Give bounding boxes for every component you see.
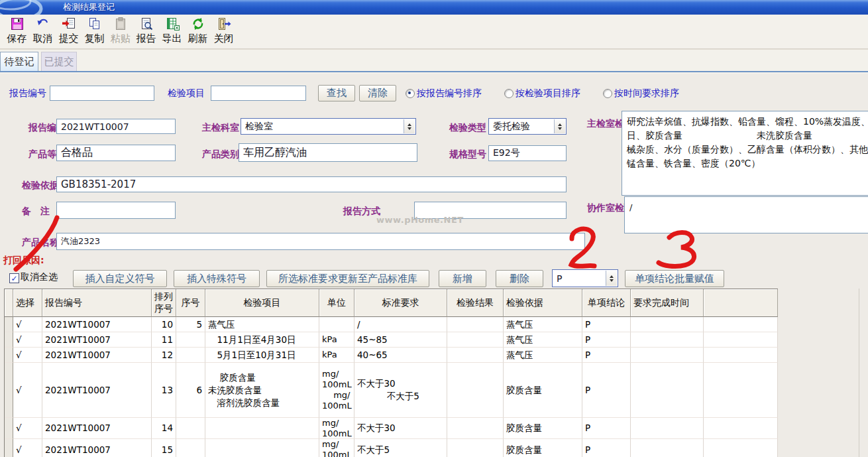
batch-assign-button[interactable]: 单项结论批量赋值: [625, 270, 724, 287]
coop-items-textarea[interactable]: /: [624, 196, 868, 233]
cell-checked[interactable]: √: [13, 348, 42, 363]
find-button[interactable]: 查找: [318, 85, 355, 101]
cell-blank: [704, 332, 778, 348]
cell-unit: mg/ 100mL: [319, 439, 354, 457]
cell-basis: 蒸气压: [504, 348, 582, 363]
clear-button[interactable]: 清除: [359, 85, 396, 101]
table-row[interactable]: √2021WT10007136 胶质含量 未洗胶质含量 溶剂洗胶质含量mg/ 1…: [5, 363, 778, 418]
cell-checked[interactable]: √: [13, 363, 42, 418]
cell-standard: /: [354, 317, 447, 332]
col-header-report_no[interactable]: 报告编号: [42, 289, 152, 317]
sort-option-label: 按时间要求排序: [614, 88, 679, 99]
main-dept-select[interactable]: 检验室: [241, 118, 416, 135]
toolbar-button-label: 保存: [7, 32, 27, 45]
toolbar-button-label: 关闭: [214, 32, 234, 45]
table-row[interactable]: √2021WT1000712 5月1日至10月31日kPa40~65蒸气压P: [5, 348, 778, 363]
cell-result: [447, 418, 504, 439]
table-row[interactable]: √2021WT1000714mg/ 100mL不大于30胶质含量P: [5, 418, 778, 439]
grade-field[interactable]: 合格品: [56, 145, 176, 161]
tab-pending[interactable]: 待登记: [0, 52, 38, 71]
conclusion-spinner-icon[interactable]: [606, 271, 617, 286]
radio-icon[interactable]: [406, 89, 415, 98]
cell-order_no: 14: [152, 418, 176, 439]
toolbar-close-button[interactable]: 关闭: [211, 16, 237, 48]
cell-blank: [704, 317, 778, 332]
cell-basis: 蒸气压: [504, 332, 582, 348]
radio-icon[interactable]: [504, 89, 514, 98]
toolbar-save-button[interactable]: 保存: [4, 16, 30, 48]
toolbar-button-label: 取消: [33, 32, 53, 45]
cell-seq: 6: [176, 363, 205, 418]
report-method-label: 报告方式: [343, 206, 380, 218]
toolbar-export-button[interactable]: 导出: [159, 16, 185, 48]
submit-icon: [62, 16, 76, 32]
add-button[interactable]: 新增: [439, 270, 486, 287]
toolbar-button-label: 导出: [162, 32, 182, 45]
cell-time: [631, 418, 704, 439]
insert-special-symbol-button[interactable]: 插入特殊符号: [174, 270, 260, 287]
toolbar-cancel-button[interactable]: 取消: [30, 16, 56, 48]
toolbar-report-button[interactable]: 报告: [133, 16, 159, 48]
row-selector-margin: [5, 317, 13, 332]
row-selector-margin: [5, 363, 13, 418]
col-header-item[interactable]: 检验项目: [205, 289, 319, 317]
uncheck-all-checkbox[interactable]: ✓: [9, 273, 19, 283]
report-no-field[interactable]: 2021WT10007: [56, 119, 176, 134]
radio-icon[interactable]: [603, 89, 612, 98]
table-row[interactable]: √2021WT10007105蒸气压/蒸气压P: [5, 317, 778, 332]
table-row[interactable]: √2021WT1000711 11月1日至4月30日kPa45~85蒸气压P: [5, 332, 778, 348]
test-type-select[interactable]: 委托检验: [488, 118, 567, 135]
toolbar-refresh-button[interactable]: 刷新: [185, 16, 211, 48]
update-standard-button[interactable]: 所选标准要求更新至产品标准库: [266, 270, 429, 287]
sort-option-1[interactable]: 按报告编号排序: [406, 88, 482, 99]
test-type-spinner-icon[interactable]: [554, 119, 565, 133]
results-table: 选择报告编号排列序号序号检验项目单位标准要求检验结果检验依据单项结论要求完成时间…: [4, 289, 778, 457]
main-dept-label: 主检科室: [202, 122, 239, 134]
tab-submitted[interactable]: 已提交: [41, 52, 77, 71]
product-name-field[interactable]: 汽油2323: [56, 233, 585, 250]
cell-item: 胶质含量 未洗胶质含量 溶剂洗胶质含量: [205, 363, 319, 418]
col-header-blank: [704, 289, 778, 317]
delete-button[interactable]: 删除: [496, 270, 543, 287]
col-header-basis[interactable]: 检验依据: [504, 289, 582, 317]
col-header-conclusion[interactable]: 单项结论: [582, 289, 631, 317]
cell-standard: 不大于30 不大于5: [354, 363, 447, 418]
cell-checked[interactable]: √: [13, 439, 42, 457]
basis-field[interactable]: GB18351-2017: [56, 176, 567, 192]
insert-custom-symbol-button[interactable]: 插入自定义符号: [73, 270, 167, 287]
col-header-seq[interactable]: 序号: [176, 289, 205, 317]
sort-option-3[interactable]: 按时间要求排序: [603, 88, 679, 99]
toolbar-copy-button[interactable]: 复制: [81, 16, 107, 48]
save-icon: [10, 16, 25, 32]
col-header-checked[interactable]: 选择: [13, 289, 42, 317]
col-header-time[interactable]: 要求完成时间: [631, 289, 704, 317]
cell-seq: [176, 418, 205, 439]
col-header-order_no[interactable]: 排列序号: [152, 289, 176, 317]
table-row[interactable]: √2021WT1000715mg/ 100mL不大于5胶质含量P: [5, 439, 778, 457]
product-name-label: 产品名称: [22, 237, 59, 249]
main-dept-spinner-icon[interactable]: [404, 119, 415, 133]
main-items-textarea[interactable]: 研究法辛烷值、抗爆指数、铅含量、馏程、10%蒸发温度、50%蒸 日、胶质含量 未…: [622, 111, 868, 196]
sort-option-2[interactable]: 按检验项目排序: [504, 88, 580, 99]
toolbar-button-label: 提交: [59, 32, 79, 45]
col-header-standard[interactable]: 标准要求: [354, 289, 447, 317]
remark-field[interactable]: [56, 202, 176, 219]
toolbar-button-label: 复制: [85, 32, 105, 45]
cell-checked[interactable]: √: [13, 332, 42, 348]
toolbar-submit-button[interactable]: 提交: [56, 16, 81, 48]
col-header-result[interactable]: 检验结果: [447, 289, 504, 317]
cell-checked[interactable]: √: [13, 317, 42, 332]
spec-field[interactable]: E92号: [488, 145, 567, 161]
main-dept-value: 检验室: [245, 121, 273, 133]
search-item-input[interactable]: [211, 86, 306, 101]
category-field[interactable]: 车用乙醇汽油: [239, 143, 417, 162]
cell-item: [205, 418, 319, 439]
cell-basis: 胶质含量: [504, 439, 582, 457]
uncheck-all-label: 取消全选: [21, 271, 58, 283]
cell-checked[interactable]: √: [13, 418, 42, 439]
copy-icon: [87, 16, 102, 32]
search-item-label: 检验项目: [168, 88, 205, 99]
col-header-unit[interactable]: 单位: [319, 289, 354, 317]
search-report-no-input[interactable]: [50, 86, 154, 101]
conclusion-select[interactable]: P: [552, 269, 618, 287]
